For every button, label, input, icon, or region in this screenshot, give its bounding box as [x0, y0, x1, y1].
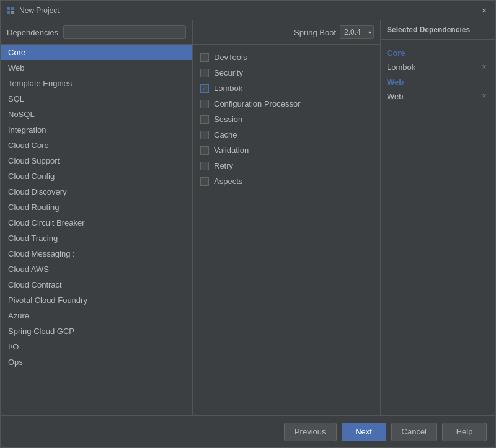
dep-checkbox-lombok[interactable] — [200, 84, 209, 93]
dep-item-lombok[interactable]: Lombok — [193, 81, 380, 96]
svg-rect-2 — [7, 11, 10, 14]
dep-label-aspects: Aspects — [214, 177, 242, 186]
previous-button[interactable]: Previous — [284, 423, 337, 441]
sidebar-item-pivotal-cloud-foundry[interactable]: Pivotal Cloud Foundry — [1, 292, 192, 308]
left-panel: Dependencies CoreWebTemplate EnginesSQLN… — [1, 20, 193, 415]
sidebar-item-cloud-discovery[interactable]: Cloud Discovery — [1, 184, 192, 200]
remove-dep-button[interactable]: × — [479, 91, 489, 101]
sidebar-item-cloud-config[interactable]: Cloud Config — [1, 169, 192, 184]
remove-dep-button[interactable]: × — [479, 62, 489, 72]
dep-checkbox-configuration-processor[interactable] — [200, 100, 209, 108]
sidebar-item-cloud-messaging[interactable]: Cloud Messaging : — [1, 246, 192, 261]
dep-item-security[interactable]: Security — [193, 65, 380, 81]
sidebar-item-cloud-tracing[interactable]: Cloud Tracing — [1, 231, 192, 246]
sidebar-item-spring-cloud-gcp[interactable]: Spring Cloud GCP — [1, 323, 192, 339]
dep-checkbox-aspects[interactable] — [200, 177, 209, 186]
selected-dep-item: Lombok× — [381, 60, 495, 74]
sidebar-item-sql[interactable]: SQL — [1, 91, 192, 107]
dep-checkbox-cache[interactable] — [200, 131, 209, 139]
sidebar-item-web[interactable]: Web — [1, 60, 192, 76]
cancel-button[interactable]: Cancel — [391, 423, 437, 441]
dep-label-cache: Cache — [214, 130, 237, 139]
spring-boot-select-wrapper: 2.0.42.1.02.1.12.1.2 — [340, 25, 374, 39]
right-panel: Selected Dependencies CoreLombok×WebWeb× — [381, 20, 495, 415]
dep-checkbox-security[interactable] — [200, 69, 209, 77]
search-input[interactable] — [63, 25, 186, 39]
selected-dep-item: Web× — [381, 89, 495, 103]
sidebar-item-integration[interactable]: Integration — [1, 122, 192, 138]
dep-item-session[interactable]: Session — [193, 112, 380, 127]
footer: Previous Next Cancel Help — [1, 415, 495, 447]
dep-label-lombok: Lombok — [214, 84, 242, 93]
selected-section-web: Web — [381, 74, 495, 89]
dep-checkbox-retry[interactable] — [200, 162, 209, 170]
middle-panel: Spring Boot 2.0.42.1.02.1.12.1.2 DevTool… — [193, 20, 381, 415]
sidebar-item-cloud-support[interactable]: Cloud Support — [1, 153, 192, 169]
dep-label-session: Session — [214, 115, 242, 124]
dep-item-cache[interactable]: Cache — [193, 127, 380, 143]
selected-section-core: Core — [381, 45, 495, 60]
dep-label-devtools: DevTools — [214, 53, 247, 62]
dialog-icon — [6, 6, 16, 15]
deps-header: Dependencies — [1, 20, 192, 45]
dep-label-retry: Retry — [214, 161, 233, 170]
close-button[interactable]: × — [478, 4, 490, 17]
sidebar-item-io[interactable]: I/O — [1, 339, 192, 354]
spring-boot-bar: Spring Boot 2.0.42.1.02.1.12.1.2 — [193, 20, 380, 45]
selected-deps-content: CoreLombok×WebWeb× — [381, 40, 495, 415]
dep-checkbox-devtools[interactable] — [200, 53, 209, 62]
new-project-dialog: New Project × Dependencies CoreWebTempla… — [0, 0, 496, 448]
next-button[interactable]: Next — [342, 423, 386, 441]
dep-label-validation: Validation — [214, 146, 249, 155]
svg-rect-0 — [7, 7, 10, 10]
dialog-title: New Project — [19, 6, 478, 15]
sidebar-item-core[interactable]: Core — [1, 45, 192, 60]
dep-item-validation[interactable]: Validation — [193, 143, 380, 158]
selected-dep-label: Web — [387, 92, 404, 101]
dep-checkbox-session[interactable] — [200, 115, 209, 124]
category-list: CoreWebTemplate EnginesSQLNoSQLIntegrati… — [1, 45, 192, 415]
dep-checkbox-validation[interactable] — [200, 146, 209, 155]
sidebar-item-cloud-core[interactable]: Cloud Core — [1, 138, 192, 153]
sidebar-item-template-engines[interactable]: Template Engines — [1, 76, 192, 91]
dep-label-security: Security — [214, 68, 243, 77]
dependency-list: DevToolsSecurityLombokConfiguration Proc… — [193, 45, 380, 415]
deps-label: Dependencies — [7, 28, 58, 37]
sidebar-item-ops[interactable]: Ops — [1, 354, 192, 370]
sidebar-item-nosql[interactable]: NoSQL — [1, 107, 192, 122]
svg-rect-3 — [11, 11, 14, 14]
dep-item-retry[interactable]: Retry — [193, 158, 380, 173]
svg-rect-1 — [11, 7, 14, 10]
dep-item-devtools[interactable]: DevTools — [193, 50, 380, 65]
content-area: Dependencies CoreWebTemplate EnginesSQLN… — [1, 20, 495, 415]
help-button[interactable]: Help — [442, 423, 487, 441]
sidebar-item-cloud-circuit-breaker[interactable]: Cloud Circuit Breaker — [1, 215, 192, 231]
dep-label-configuration-processor: Configuration Processor — [214, 99, 300, 108]
selected-dep-label: Lombok — [387, 63, 415, 72]
sidebar-item-cloud-contract[interactable]: Cloud Contract — [1, 277, 192, 292]
dep-item-aspects[interactable]: Aspects — [193, 173, 380, 189]
spring-boot-version-select[interactable]: 2.0.42.1.02.1.12.1.2 — [340, 25, 374, 39]
sidebar-item-azure[interactable]: Azure — [1, 308, 192, 323]
sidebar-item-cloud-aws[interactable]: Cloud AWS — [1, 261, 192, 277]
sidebar-item-cloud-routing[interactable]: Cloud Routing — [1, 200, 192, 215]
title-bar: New Project × — [1, 1, 495, 20]
dep-item-configuration-processor[interactable]: Configuration Processor — [193, 96, 380, 112]
spring-boot-label: Spring Boot — [294, 28, 336, 37]
selected-deps-title: Selected Dependencies — [381, 20, 495, 40]
